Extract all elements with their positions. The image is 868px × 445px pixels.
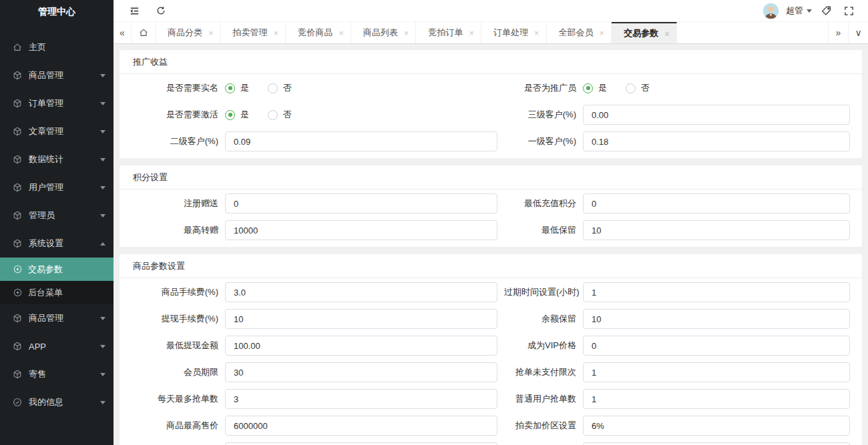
goods-max-price-input[interactable] (225, 416, 497, 436)
sidebar-subitem-label: 后台菜单 (28, 287, 63, 299)
close-icon[interactable]: × (534, 29, 539, 37)
extra-right-input[interactable] (583, 442, 850, 445)
close-icon[interactable]: × (469, 29, 474, 37)
expire-hours-input[interactable] (583, 282, 850, 302)
level1-client-percent-input[interactable] (583, 131, 850, 151)
topbar: 超管 (114, 0, 868, 22)
chevron-down-icon (100, 186, 105, 189)
fullscreen-icon[interactable] (839, 0, 859, 22)
max-transfer-input[interactable] (225, 220, 497, 240)
sidebar-item-user-mgmt[interactable]: 用户管理 (0, 173, 114, 201)
radio-yes[interactable]: 是 (583, 82, 607, 94)
app-title: 管理中心 (0, 0, 114, 23)
form-row: 最低提现金额 成为VIP价格 (120, 332, 862, 359)
tab-auction-orders[interactable]: 竞拍订单 × (416, 22, 481, 43)
tabs-scroll-left-button[interactable]: « (114, 22, 132, 43)
close-icon[interactable]: × (208, 29, 214, 37)
sidebar-item-app[interactable]: APP (0, 332, 114, 360)
tab-auction-mgmt[interactable]: 拍卖管理 × (221, 22, 286, 43)
min-recharge-points-input[interactable] (583, 193, 850, 213)
radio-no[interactable]: 否 (626, 82, 650, 94)
sidebar-item-goods-mgmt[interactable]: 商品管理 (0, 61, 114, 89)
avatar[interactable] (763, 3, 779, 19)
member-period-input[interactable] (225, 362, 497, 382)
sidebar-item-label: 用户管理 (29, 181, 100, 193)
extra-left-input[interactable] (225, 442, 497, 445)
refresh-icon[interactable] (151, 0, 171, 22)
tab-bidding-goods[interactable]: 竞价商品 × (286, 22, 351, 43)
radio-yes[interactable]: 是 (225, 82, 249, 94)
chevron-up-icon (100, 242, 105, 246)
close-icon[interactable]: × (274, 29, 279, 37)
radio-yes[interactable]: 是 (225, 109, 249, 121)
goods-fee-percent-input[interactable] (225, 282, 497, 302)
topbar-right: 超管 (763, 0, 859, 22)
sidebar-item-consignment[interactable]: 寄售 (0, 360, 114, 388)
radio-no[interactable]: 否 (268, 109, 292, 121)
user-name-label: 超管 (786, 5, 803, 17)
tab-trade-params[interactable]: 交易参数 × (612, 22, 677, 43)
daily-grab-max-input[interactable] (225, 389, 497, 409)
close-icon[interactable]: × (664, 29, 670, 38)
field-label: 一级客户(%) (504, 135, 576, 147)
sidebar-item-order-mgmt[interactable]: 订单管理 (0, 89, 114, 117)
circle-plus-icon (13, 288, 22, 297)
radio-label: 否 (283, 109, 292, 121)
sidebar-subitem-label: 交易参数 (28, 264, 63, 276)
field-label: 是否需要实名 (133, 82, 218, 94)
sidebar-item-system-settings[interactable]: 系统设置 (0, 230, 114, 258)
home-tab[interactable] (132, 22, 156, 43)
tab-order-processing[interactable]: 订单处理 × (481, 22, 547, 43)
radio-no[interactable]: 否 (268, 82, 292, 94)
sidebar-item-goods-mgmt2[interactable]: 商品管理 (0, 304, 114, 332)
auction-increment-input[interactable] (583, 416, 850, 436)
tab-goods-list[interactable]: 商品列表 × (351, 22, 417, 43)
chevron-down-icon (100, 130, 105, 133)
field-label: 最低充值积分 (504, 197, 576, 209)
sidebar-item-home[interactable]: 主页 (0, 33, 114, 61)
vip-price-input[interactable] (583, 336, 850, 356)
tabs-collapse-button[interactable]: ∨ (848, 22, 868, 43)
tab-label: 交易参数 (624, 27, 658, 39)
sidebar-item-article-mgmt[interactable]: 文章管理 (0, 117, 114, 145)
min-retain-input[interactable] (583, 220, 850, 240)
field-label: 过期时间设置(小时) (504, 286, 576, 298)
tag-icon[interactable] (816, 0, 836, 22)
tab-label: 商品分类 (168, 27, 202, 39)
sidebar-item-label: 订单管理 (29, 97, 100, 109)
withdraw-fee-percent-input[interactable] (225, 309, 497, 329)
sidebar-item-label: 系统设置 (29, 238, 100, 250)
normal-user-grab-input[interactable] (583, 389, 850, 409)
tabs-scroll-right-button[interactable]: » (828, 22, 848, 43)
tab-goods-category[interactable]: 商品分类 × (156, 22, 221, 43)
close-icon[interactable]: × (600, 29, 605, 37)
collapse-menu-icon[interactable] (124, 0, 144, 22)
sidebar-subitem-trade-params[interactable]: 交易参数 (0, 258, 114, 281)
sidebar-item-data-stats[interactable]: 数据统计 (0, 145, 114, 173)
level2-client-percent-input[interactable] (225, 131, 497, 151)
min-withdraw-amount-input[interactable] (225, 336, 497, 356)
sidebar-item-label: 主页 (29, 41, 105, 53)
level3-client-percent-input[interactable] (583, 105, 850, 125)
sidebar-item-label: APP (29, 342, 100, 352)
sidebar-item-label: 文章管理 (29, 125, 100, 137)
field-label: 注册赠送 (133, 197, 218, 209)
section-goods-params: 商品参数设置 商品手续费(%) 过期时间设置(小时) 提现手续费(%) 余额保留 (120, 254, 862, 445)
home-icon (139, 28, 148, 37)
form-row: 二级客户(%) 一级客户(%) (120, 128, 862, 155)
balance-retain-input[interactable] (583, 309, 850, 329)
radio-icon (583, 83, 593, 93)
close-icon[interactable]: × (404, 29, 409, 37)
unpaid-grab-limit-input[interactable] (583, 362, 850, 382)
close-icon[interactable]: × (339, 29, 344, 37)
sidebar-item-my-info[interactable]: 我的信息 (0, 388, 114, 416)
tab-label: 竞价商品 (298, 27, 333, 39)
user-menu[interactable]: 超管 (786, 5, 812, 17)
content: 推广收益 是否需要实名 是 否 是否为推广员 是 否 (114, 44, 868, 445)
field-label: 成为VIP价格 (504, 340, 576, 352)
register-gift-input[interactable] (225, 193, 497, 213)
form-row: 商品最高售价 拍卖加价区设置 (120, 412, 862, 439)
sidebar-item-admin[interactable]: 管理员 (0, 201, 114, 230)
sidebar-subitem-backend-menu[interactable]: 后台菜单 (0, 281, 114, 304)
tab-all-members[interactable]: 全部会员 × (547, 22, 612, 43)
